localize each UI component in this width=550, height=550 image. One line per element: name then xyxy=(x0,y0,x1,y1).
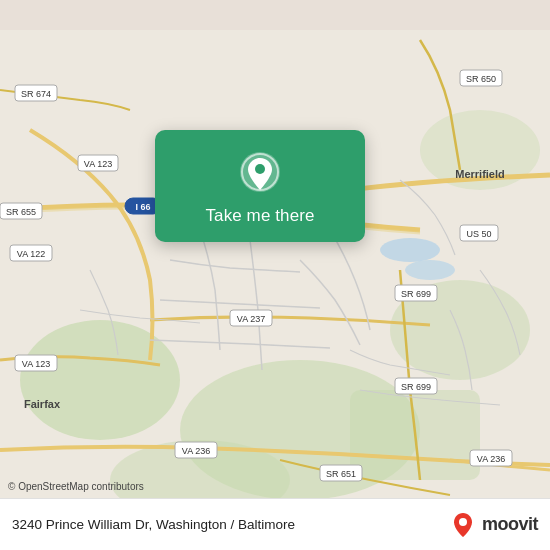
svg-text:VA 122: VA 122 xyxy=(17,249,45,259)
svg-text:SR 699: SR 699 xyxy=(401,382,431,392)
svg-text:SR 651: SR 651 xyxy=(326,469,356,479)
svg-text:VA 123: VA 123 xyxy=(84,159,112,169)
svg-text:SR 699: SR 699 xyxy=(401,289,431,299)
svg-text:SR 655: SR 655 xyxy=(6,207,36,217)
location-card: Take me there xyxy=(155,130,365,242)
moovit-wordmark: moovit xyxy=(482,514,538,535)
svg-text:VA 123: VA 123 xyxy=(22,359,50,369)
svg-point-42 xyxy=(459,518,467,526)
svg-point-7 xyxy=(380,238,440,262)
svg-point-1 xyxy=(20,320,180,440)
bottom-bar: 3240 Prince William Dr, Washington / Bal… xyxy=(0,498,550,550)
svg-text:SR 674: SR 674 xyxy=(21,89,51,99)
svg-text:US 50: US 50 xyxy=(466,229,491,239)
osm-credit: © OpenStreetMap contributors xyxy=(8,481,144,492)
svg-text:SR 650: SR 650 xyxy=(466,74,496,84)
svg-point-8 xyxy=(405,260,455,280)
svg-text:Fairfax: Fairfax xyxy=(24,398,61,410)
moovit-logo: moovit xyxy=(449,511,538,539)
address-text: 3240 Prince William Dr, Washington / Bal… xyxy=(12,517,439,532)
svg-point-41 xyxy=(255,164,265,174)
svg-text:VA 236: VA 236 xyxy=(477,454,505,464)
svg-text:VA 236: VA 236 xyxy=(182,446,210,456)
svg-text:VA 237: VA 237 xyxy=(237,314,265,324)
moovit-pin-icon xyxy=(449,511,477,539)
svg-text:Merrifield: Merrifield xyxy=(455,168,505,180)
map-container: SR 674 VA 123 SR 655 I 66 VA 122 US 50 S… xyxy=(0,0,550,550)
take-me-there-button[interactable]: Take me there xyxy=(205,206,314,226)
svg-text:I 66: I 66 xyxy=(135,202,150,212)
location-pin-icon xyxy=(236,148,284,196)
map-background: SR 674 VA 123 SR 655 I 66 VA 122 US 50 S… xyxy=(0,0,550,550)
